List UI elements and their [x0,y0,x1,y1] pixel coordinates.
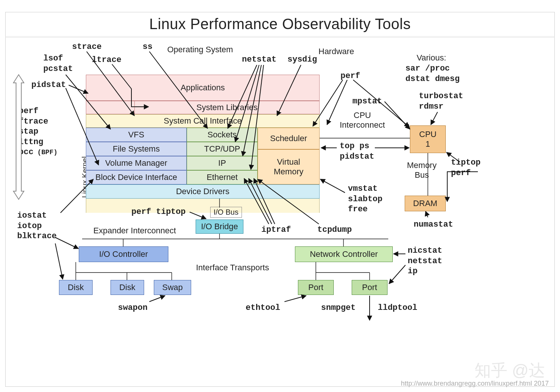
layer-drivers: Device Drivers [86,184,320,199]
tool-iptraf: iptraf [261,225,291,235]
layer-sched: Scheduler [258,128,320,149]
label-memory-bus: Memory Bus [407,161,436,180]
tool-netstat: netstat [242,55,276,65]
layer-bdi: Block Device Interface [86,170,187,184]
tool-tcpdump: tcpdump [317,225,352,235]
tool-numastat: numastat [414,220,453,230]
tool-perf-tiptop: perf tiptop [131,207,186,217]
label-expander: Expander Interconnect [93,226,176,236]
tool-turbostat: turbostat rdmsr [419,91,463,112]
tool-lsof-pcstat: lsof pcstat [43,53,73,74]
box-port-1: Port [298,280,334,295]
tool-strace: strace [72,42,102,52]
label-cpu-interconnect: CPU Interconnect [340,111,385,130]
hairline-top-2 [5,37,555,38]
box-port-2: Port [352,280,388,295]
tool-top-ps-pidstat: top ps pidstat [340,141,374,162]
tool-lldptool: lldptool [378,303,417,313]
tool-iostat-etc: iostat iotop blktrace [17,211,57,242]
tool-ltrace: ltrace [92,55,121,65]
box-swap: Swap [154,280,191,295]
footer-text: http://www.brendangregg.com/linuxperf.ht… [401,380,549,388]
layer-syslibs: System Libraries [134,101,320,114]
tool-snmpget: snmpget [321,303,355,313]
box-cpu: CPU 1 [410,125,446,153]
page-title: Linux Performance Observability Tools [0,16,560,32]
label-iface: Interface Transports [196,263,269,273]
tool-tiptop-perf: tiptop perf [451,158,480,178]
layer-sockets: Sockets [187,128,258,142]
header-various: Various: [417,53,446,63]
layer-vmem: Virtual Memory [258,149,320,184]
tool-ethtool: ethtool [246,303,280,313]
tool-swapon: swapon [118,303,147,313]
tool-pidstat: pidstat [31,80,66,90]
layer-syslibs-left [86,101,134,114]
layer-fs: File Systems [86,142,187,156]
tool-nicstat-etc: nicstat netstat ip [408,246,442,277]
layer-vmgr: Volume Manager [86,156,187,170]
box-dram: DRAM [405,196,446,211]
tool-sysdig: sysdig [287,55,317,65]
box-disk-1: Disk [59,280,93,295]
box-disk-2: Disk [111,280,144,295]
layer-ip: IP [187,156,258,170]
layer-applications: Applications [86,75,320,101]
tool-perf-cpu: perf [340,71,360,81]
tool-ss: ss [143,42,152,52]
tool-mpstat: mpstat [352,96,382,107]
box-net-controller: Network Controller [295,246,393,262]
header-os: Operating System [167,45,233,55]
tool-sar-etc: sar /proc dstat dmesg [405,63,460,84]
layer-vfs: VFS [86,128,187,142]
label-io-bus: I/O Bus [210,207,242,218]
box-io-bridge: I/O Bridge [196,220,243,234]
tool-bpf-note: (BPF) [37,148,57,157]
layer-tcpudp: TCP/UDP [187,142,258,156]
header-hw: Hardware [318,47,354,56]
hairline-top [5,36,555,37]
layer-sci: System Call Interface [86,114,320,128]
box-io-controller: I/O Controller [79,246,168,262]
tool-vmstat-etc: vmstat slabtop free [348,184,382,215]
layer-eth: Ethernet [187,170,258,184]
